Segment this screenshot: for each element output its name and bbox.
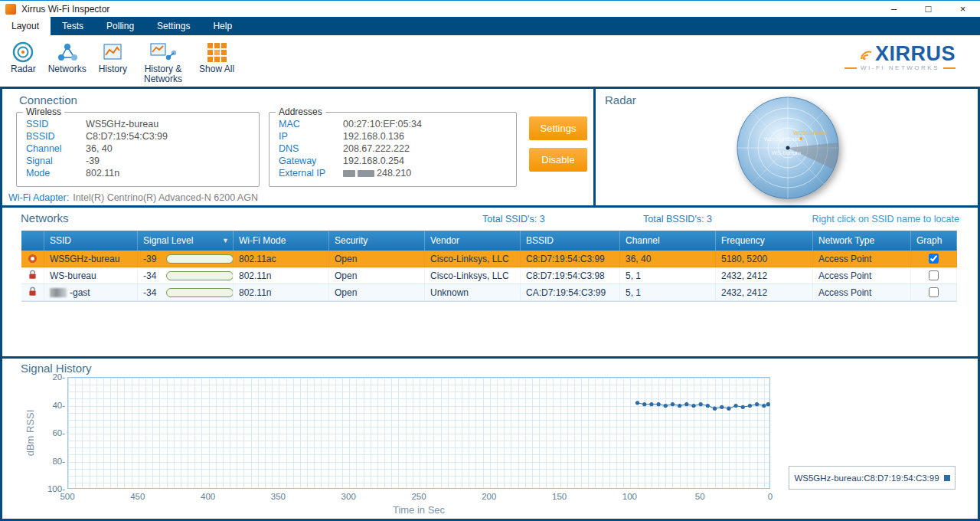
field-gateway: Gateway192.168.0.254 (279, 155, 516, 167)
lock-icon (28, 287, 37, 299)
networks-table: SSID Signal Level▼ Wi-Fi Mode Security V… (21, 231, 957, 302)
tab-layout[interactable]: Layout (0, 17, 51, 35)
table-row[interactable]: WS5GHz-bureau -39 802.11ac Open Cisco-Li… (21, 251, 957, 267)
brand-name: XIRRUS (875, 44, 956, 64)
signal-history-chart (67, 377, 770, 489)
toolbar-label: Networks (48, 64, 87, 74)
cell-signal-level: -34 (138, 267, 234, 283)
adapter-value: Intel(R) Centrino(R) Advanced-N 6200 AGN (73, 192, 258, 203)
cell-frequency: 2432, 2412 (716, 267, 813, 283)
field-channel: Channel36, 40 (26, 143, 259, 155)
cell-security: Open (329, 267, 425, 283)
wifi-adapter-line: Wi-Fi Adapter:Intel(R) Centrino(R) Advan… (8, 192, 258, 203)
signal-bar (166, 254, 234, 264)
toolbar-radar-button[interactable]: Radar (5, 38, 42, 76)
cell-signal-level: -39 (138, 251, 234, 267)
cell-signal-level: -34 (138, 284, 234, 300)
cell-wifi-mode: 802.11n (234, 267, 329, 283)
field-external-ip: External IP248.210 (279, 167, 516, 179)
toolbar-history-networks-button[interactable]: History & Networks (133, 38, 193, 86)
app-icon (5, 4, 16, 15)
table-row[interactable]: WS-bureau -34 802.11n Open Cisco-Linksys… (21, 267, 957, 284)
settings-button[interactable]: Settings (529, 116, 587, 140)
radar-network-label: WS-bureau (772, 149, 801, 156)
cell-network-type: Access Point (813, 267, 911, 283)
cell-ssid: WS5GHz-bureau (44, 251, 138, 267)
cell-network-type: Access Point (813, 284, 911, 300)
field-mode: Mode802.11n (26, 167, 259, 179)
column-wifi-mode[interactable]: Wi-Fi Mode (234, 231, 329, 251)
tab-help[interactable]: Help (201, 17, 243, 35)
wifi-arcs-icon (858, 48, 874, 64)
total-ssids: Total SSID's: 3 (482, 214, 545, 224)
cell-channel: 36, 40 (620, 251, 716, 267)
column-network-type[interactable]: Network Type (813, 231, 911, 251)
y-axis-ticks: 20-40-60-80-100- (30, 377, 65, 489)
adapter-label: Wi-Fi Adapter: (8, 192, 69, 203)
field-mac: MAC00:27:10:EF:05:34 (279, 118, 516, 130)
disable-button[interactable]: Disable (529, 148, 587, 172)
close-button[interactable]: × (946, 1, 980, 17)
graph-checkbox[interactable] (929, 270, 939, 280)
redaction-block (358, 170, 374, 177)
history-icon (101, 40, 124, 64)
sort-descending-icon: ▼ (222, 237, 229, 244)
cell-frequency: 5180, 5200 (716, 251, 813, 267)
radar-title: Radar (605, 93, 636, 106)
redacted-ssid-block (50, 288, 67, 297)
minimize-button[interactable]: – (877, 1, 911, 17)
cell-bssid: C8:D7:19:54:C3:98 (521, 267, 620, 283)
networks-icon (54, 40, 80, 64)
toolbar-label: Radar (11, 64, 36, 74)
cell-security: Open (329, 251, 425, 267)
radar-network-label: WS5GHz-bur (793, 129, 828, 136)
toolbar-show-all-button[interactable]: Show All (193, 38, 240, 76)
cell-wifi-mode: 802.11n (234, 284, 329, 300)
total-bssids: Total BSSID's: 3 (643, 214, 712, 224)
radar-icon (11, 40, 34, 64)
menu-bar: Layout Tests Polling Settings Help (0, 17, 980, 35)
column-ssid[interactable]: SSID (44, 231, 138, 251)
graph-checkbox[interactable] (929, 254, 939, 264)
graph-checkbox[interactable] (929, 287, 939, 297)
field-ip: IP192.168.0.136 (279, 130, 516, 143)
window-title: Xirrus Wi-Fi Inspector (21, 4, 109, 15)
column-frequency[interactable]: Frequency (716, 231, 813, 251)
tagline-line (943, 67, 956, 69)
column-bssid[interactable]: BSSID (521, 231, 620, 251)
tab-polling[interactable]: Polling (95, 17, 145, 35)
cell-ssid: -gast (44, 284, 138, 300)
locate-hint: Right click on SSID name to locate (812, 214, 959, 224)
toolbar-label: Show All (199, 64, 234, 74)
connection-title: Connection (19, 93, 77, 106)
titlebar: Xirrus Wi-Fi Inspector – □ × (0, 0, 980, 17)
column-security[interactable]: Security (329, 231, 425, 251)
x-axis-label: Time in Sec (373, 504, 465, 516)
column-channel[interactable]: Channel (620, 231, 716, 251)
field-bssid: BSSIDC8:D7:19:54:C3:99 (26, 130, 259, 143)
cell-channel: 5, 1 (620, 284, 716, 300)
radar-network-label: WebsightLabs (764, 136, 801, 143)
column-graph[interactable]: Graph (911, 231, 957, 251)
show-all-icon (206, 40, 227, 64)
column-vendor[interactable]: Vendor (425, 231, 521, 251)
tab-settings[interactable]: Settings (145, 17, 201, 35)
radar-panel: Radar (596, 89, 978, 205)
tab-tests[interactable]: Tests (51, 17, 95, 35)
x-axis-ticks: 500450400350300250200150100500 (67, 492, 770, 503)
toolbar-history-button[interactable]: History (93, 38, 133, 76)
window-controls: – □ × (877, 1, 980, 17)
table-row[interactable]: -gast -34 802.11n Open Unknown CA:D7:19:… (21, 284, 957, 301)
column-icon (21, 231, 44, 251)
brand-tagline: WI-FI NETWORKS (844, 64, 956, 71)
redaction-block (343, 170, 355, 177)
field-ssid: SSIDWS5GHz-bureau (26, 118, 259, 130)
cell-bssid: C8:D7:19:54:C3:99 (521, 251, 620, 267)
cell-vendor: Cisco-Linksys, LLC (425, 251, 521, 267)
toolbar-networks-button[interactable]: Networks (42, 38, 93, 76)
field-dns: DNS208.67.222.222 (279, 143, 516, 155)
maximize-button[interactable]: □ (911, 1, 946, 17)
toolbar-label: History (99, 64, 127, 74)
column-signal-level[interactable]: Signal Level▼ (138, 231, 234, 251)
cell-vendor: Cisco-Linksys, LLC (425, 267, 521, 283)
